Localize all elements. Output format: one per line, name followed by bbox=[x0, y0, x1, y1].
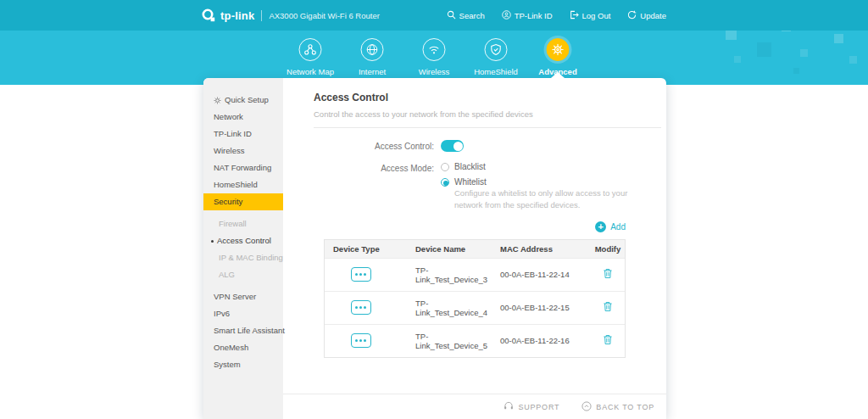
mac-address-cell: 00-0A-EB-11-22-15 bbox=[500, 303, 589, 312]
advanced-gear-icon bbox=[547, 38, 570, 61]
update-label: Update bbox=[640, 11, 666, 20]
back-to-top-label: BACK TO TOP bbox=[596, 403, 654, 411]
support-button[interactable]: SUPPORT bbox=[504, 401, 559, 412]
title-divider bbox=[314, 127, 661, 128]
active-item-bullet bbox=[211, 240, 214, 243]
sidebar-item-access-control[interactable]: Access Control bbox=[203, 232, 283, 249]
main-content: Access Control Control the access to you… bbox=[283, 78, 666, 419]
col-header-device-type: Device Type bbox=[325, 244, 397, 254]
tab-label: HomeShield bbox=[474, 67, 518, 76]
wireless-icon bbox=[423, 38, 446, 61]
search-icon bbox=[447, 10, 456, 21]
support-icon bbox=[504, 401, 514, 412]
device-name-cell: TP-Link_Test_Device_3 bbox=[397, 265, 500, 284]
brand-divider bbox=[261, 10, 262, 21]
id-icon bbox=[502, 10, 511, 21]
router-model: AX3000 Gigabit Wi-Fi 6 Router bbox=[269, 11, 379, 20]
add-label: Add bbox=[610, 222, 626, 232]
sidebar-item-security[interactable]: Security bbox=[203, 193, 283, 210]
tplink-id-button[interactable]: TP-Link ID bbox=[502, 10, 553, 21]
card-pointer-arrow bbox=[551, 72, 565, 78]
col-header-device-name: Device Name bbox=[397, 244, 500, 254]
device-table-zone: + Add Device Type Device Name MAC Addres… bbox=[324, 221, 626, 358]
internet-icon bbox=[361, 38, 384, 61]
logout-button[interactable]: Log Out bbox=[570, 10, 611, 21]
add-device-button[interactable]: + Add bbox=[324, 221, 626, 232]
access-control-toggle[interactable] bbox=[441, 140, 464, 152]
network-map-icon bbox=[299, 38, 322, 61]
tab-label: Wireless bbox=[419, 67, 449, 76]
sidebar-item-alg[interactable]: ALG bbox=[203, 266, 283, 283]
back-to-top-icon bbox=[581, 401, 592, 413]
whitelist-option[interactable]: Whitelist bbox=[441, 177, 632, 187]
device-icon bbox=[351, 300, 371, 315]
brand-name: tp-link bbox=[220, 9, 254, 22]
main-nav: Network Map Internet Wireless bbox=[280, 31, 589, 76]
sidebar-item-ipv6[interactable]: IPv6 bbox=[203, 305, 283, 322]
sidebar-item-label: Access Control bbox=[217, 232, 271, 249]
sidebar-item-network[interactable]: Network bbox=[203, 109, 283, 126]
device-icon bbox=[351, 333, 371, 348]
mac-address-cell: 00-0A-EB-11-22-16 bbox=[500, 336, 589, 345]
sidebar-item-nat-forwarding[interactable]: NAT Forwarding bbox=[203, 159, 283, 176]
sidebar-item-tplink-id[interactable]: TP-Link ID bbox=[203, 126, 283, 142]
logout-icon bbox=[570, 10, 579, 21]
tp-link-logo-icon bbox=[202, 8, 215, 22]
sidebar-item-onemesh[interactable]: OneMesh bbox=[203, 339, 283, 356]
sidebar-item-quick-setup[interactable]: Quick Setup bbox=[203, 92, 283, 109]
back-to-top-button[interactable]: BACK TO TOP bbox=[581, 401, 654, 413]
card-footer: SUPPORT BACK TO TOP bbox=[283, 394, 666, 419]
whitelist-radio bbox=[441, 178, 449, 187]
col-header-modify: Modify bbox=[589, 244, 626, 254]
sidebar: Quick Setup Network TP-Link ID Wireless … bbox=[203, 78, 283, 419]
delete-device-icon[interactable] bbox=[603, 301, 613, 312]
tab-homeshield[interactable]: HomeShield bbox=[465, 31, 527, 76]
sidebar-item-wireless[interactable]: Wireless bbox=[203, 142, 283, 159]
whitelist-label: Whitelist bbox=[454, 177, 487, 187]
access-mode-options: Blacklist Whitelist Configure a whitelis… bbox=[441, 162, 632, 211]
homeshield-icon bbox=[485, 38, 508, 61]
support-label: SUPPORT bbox=[518, 403, 559, 411]
search-button[interactable]: Search bbox=[447, 10, 485, 21]
tab-wireless[interactable]: Wireless bbox=[403, 31, 465, 76]
tab-label: Internet bbox=[359, 67, 386, 76]
search-label: Search bbox=[459, 11, 485, 20]
blacklist-radio bbox=[441, 163, 449, 171]
page-title: Access Control bbox=[314, 92, 666, 103]
sidebar-item-ip-mac-binding[interactable]: IP & MAC Binding bbox=[203, 249, 283, 266]
topbar-actions: Search TP-Link ID bbox=[447, 10, 666, 21]
update-button[interactable]: Update bbox=[627, 10, 666, 21]
sidebar-item-smart-life-assistant[interactable]: Smart Life Assistant bbox=[203, 322, 283, 339]
device-icon bbox=[351, 267, 371, 282]
tab-network-map[interactable]: Network Map bbox=[280, 31, 342, 76]
sidebar-item-homeshield[interactable]: HomeShield bbox=[203, 176, 283, 193]
access-control-form: Access Control: Access Mode: Blacklist bbox=[314, 140, 666, 211]
update-icon bbox=[627, 10, 637, 21]
tab-internet[interactable]: Internet bbox=[342, 31, 403, 76]
sidebar-item-label: Quick Setup bbox=[225, 92, 269, 109]
quick-setup-icon bbox=[214, 97, 221, 104]
device-name-cell: TP-Link_Test_Device_4 bbox=[397, 299, 500, 317]
blacklist-label: Blacklist bbox=[454, 162, 486, 171]
topbar: tp-link AX3000 Gigabit Wi-Fi 6 Router Se… bbox=[0, 0, 868, 31]
access-mode-label: Access Mode: bbox=[314, 162, 434, 211]
delete-device-icon[interactable] bbox=[603, 334, 613, 345]
tplink-id-label: TP-Link ID bbox=[515, 11, 553, 20]
toggle-knob bbox=[453, 142, 463, 151]
sidebar-item-vpn-server[interactable]: VPN Server bbox=[203, 288, 283, 305]
table-row: TP-Link_Test_Device_3 00-0A-EB-11-22-14 bbox=[325, 258, 625, 291]
add-icon: + bbox=[595, 221, 606, 232]
table-row: TP-Link_Test_Device_4 00-0A-EB-11-22-15 bbox=[325, 291, 625, 324]
col-header-mac-address: MAC Address bbox=[500, 244, 589, 254]
sidebar-item-firewall[interactable]: Firewall bbox=[203, 215, 283, 232]
page: tp-link AX3000 Gigabit Wi-Fi 6 Router Se… bbox=[0, 0, 868, 419]
logout-label: Log Out bbox=[582, 11, 611, 20]
blacklist-option[interactable]: Blacklist bbox=[441, 162, 632, 171]
delete-device-icon[interactable] bbox=[603, 268, 613, 279]
sidebar-item-system[interactable]: System bbox=[203, 356, 283, 373]
table-header-row: Device Type Device Name MAC Address Modi… bbox=[325, 240, 625, 258]
page-subtitle: Control the access to your network from … bbox=[314, 109, 666, 119]
tab-advanced[interactable]: Advanced bbox=[527, 31, 589, 76]
whitelist-description: Configure a whitelist to only allow acce… bbox=[454, 187, 632, 211]
tab-label: Network Map bbox=[287, 67, 334, 76]
